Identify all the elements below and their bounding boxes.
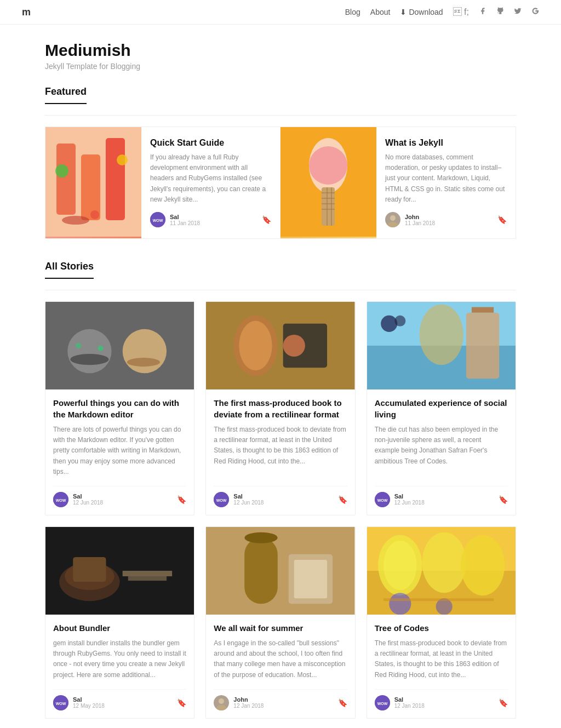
author-name-2: John: [405, 214, 435, 220]
story-date-2: 12 Jun 2018: [233, 500, 264, 506]
facebook-icon[interactable]: [479, 7, 486, 17]
story-bookmark-1[interactable]: 🔖: [177, 495, 186, 504]
story-body-2: The first mass-produced book to deviate …: [206, 389, 354, 515]
story-bookmark-4[interactable]: 🔖: [177, 698, 186, 707]
featured-card-2[interactable]: What is Jekyll No more databases, commen…: [280, 127, 516, 238]
card-meta-1: WOW Sal 11 Jan 2018 🔖: [150, 212, 271, 227]
svg-point-27: [98, 346, 103, 351]
story-image-6: [367, 527, 516, 615]
story-date-6: 12 Jan 2018: [394, 703, 425, 709]
story-author-1: WOW Sal 12 Jun 2018: [53, 492, 103, 507]
story-image-4: [45, 527, 194, 615]
story-avatar-5: [214, 695, 229, 710]
story-title-4: About Bundler: [53, 622, 186, 634]
story-avatar-3: WOW: [375, 492, 390, 507]
story-author-5: John 12 Jan 2018: [214, 695, 264, 710]
facebook-icon[interactable]:  f;: [453, 7, 469, 17]
featured-excerpt-2: No more databases, comment moderation, o…: [385, 152, 507, 205]
story-body-4: About Bundler gem install bundler instal…: [45, 615, 194, 718]
svg-rect-53: [73, 557, 106, 582]
story-title-3: Accumulated experience of social living: [375, 397, 508, 420]
story-card-2[interactable]: The first mass-produced book to deviate …: [205, 301, 355, 515]
story-excerpt-6: The first mass-produced book to deviate …: [375, 638, 508, 680]
featured-image-2: [280, 127, 376, 238]
story-image-2: [206, 302, 354, 389]
svg-point-74: [389, 593, 411, 615]
story-excerpt-3: The die cut has also been employed in th…: [375, 425, 508, 477]
svg-rect-33: [206, 302, 354, 389]
main-content: Mediumish Jekyll Template for Blogging F…: [34, 25, 527, 728]
featured-image-1: [45, 127, 141, 238]
story-author-3: WOW Sal 12 Jun 2018: [375, 492, 425, 507]
googleplus-icon[interactable]: [531, 7, 539, 17]
card-author-2: John 11 Jan 2018: [385, 212, 435, 227]
story-title-6: Tree of Codes: [375, 622, 508, 634]
svg-point-29: [127, 358, 160, 366]
story-card-3[interactable]: Accumulated experience of social living …: [367, 301, 516, 515]
story-author-info-1: Sal 12 Jun 2018: [73, 493, 103, 506]
svg-text:WOW: WOW: [377, 702, 387, 706]
story-excerpt-4: gem install bundler installs the bundler…: [53, 638, 186, 680]
story-title-5: We all wait for summer: [214, 622, 347, 634]
twitter-icon[interactable]: [514, 7, 522, 17]
svg-point-25: [70, 354, 108, 365]
story-card-4[interactable]: About Bundler gem install bundler instal…: [45, 526, 194, 719]
story-footer-2: WOW Sal 12 Jun 2018 🔖: [214, 486, 347, 507]
story-card-1[interactable]: Powerful things you can do with the Mark…: [45, 301, 194, 515]
nav-about[interactable]: About: [370, 8, 391, 16]
nav-download[interactable]: ⬇ Download: [400, 8, 443, 16]
bookmark-icon-1[interactable]: 🔖: [262, 215, 271, 224]
story-date-3: 12 Jun 2018: [394, 500, 425, 506]
svg-point-6: [117, 154, 128, 165]
story-body-6: Tree of Codes The first mass-produced bo…: [367, 615, 516, 718]
story-avatar-2: WOW: [214, 492, 229, 507]
featured-content-2: What is Jekyll No more databases, commen…: [376, 127, 516, 238]
avatar-2: [385, 212, 400, 227]
story-bookmark-3[interactable]: 🔖: [499, 495, 508, 504]
story-bookmark-2[interactable]: 🔖: [338, 495, 347, 504]
svg-rect-2: [81, 154, 100, 220]
bookmark-icon-2[interactable]: 🔖: [497, 215, 507, 224]
featured-excerpt-1: If you already have a full Ruby developm…: [150, 152, 271, 205]
svg-point-26: [76, 343, 81, 348]
featured-title-2: What is Jekyll: [385, 138, 507, 148]
story-bookmark-5[interactable]: 🔖: [338, 698, 347, 707]
card-meta-2: John 11 Jan 2018 🔖: [385, 212, 507, 227]
svg-text:WOW: WOW: [153, 219, 163, 222]
svg-text:WOW: WOW: [56, 702, 66, 706]
featured-grid: Quick Start Guide If you already have a …: [45, 127, 516, 239]
svg-rect-54: [123, 571, 172, 576]
story-author-6: WOW Sal 12 Jan 2018: [375, 695, 425, 710]
post-date-2: 11 Jan 2018: [405, 220, 435, 226]
author-name-1: Sal: [170, 214, 200, 220]
svg-point-73: [461, 535, 505, 596]
story-author-info-6: Sal 12 Jan 2018: [394, 696, 425, 709]
svg-rect-1: [56, 144, 76, 215]
site-logo[interactable]: m: [22, 7, 31, 18]
story-bookmark-6[interactable]: 🔖: [499, 698, 508, 707]
story-excerpt-2: The first mass-produced book to deviate …: [214, 425, 347, 477]
github-icon[interactable]: [496, 7, 504, 17]
story-excerpt-1: There are lots of powerful things you ca…: [53, 425, 186, 477]
svg-point-46: [394, 316, 405, 326]
story-body-3: Accumulated experience of social living …: [367, 389, 516, 515]
story-excerpt-5: As I engage in the so-called "bull sessi…: [214, 638, 347, 680]
svg-rect-61: [245, 538, 278, 604]
story-image-1: [45, 302, 194, 389]
stories-label: All Stories: [45, 261, 94, 279]
story-footer-3: WOW Sal 12 Jun 2018 🔖: [375, 486, 508, 507]
svg-rect-28: [123, 329, 167, 373]
story-author-name-3: Sal: [394, 493, 425, 500]
svg-rect-3: [106, 138, 125, 220]
story-card-6[interactable]: Tree of Codes The first mass-produced bo…: [367, 526, 516, 719]
featured-label: Featured: [45, 86, 87, 104]
nav-blog[interactable]: Blog: [345, 8, 360, 16]
featured-card-1[interactable]: Quick Start Guide If you already have a …: [45, 127, 280, 238]
story-card-5[interactable]: We all wait for summer As I engage in th…: [205, 526, 355, 719]
story-footer-6: WOW Sal 12 Jan 2018 🔖: [375, 689, 508, 710]
svg-rect-55: [128, 576, 167, 581]
svg-point-37: [283, 335, 305, 357]
featured-section: Featured: [45, 86, 516, 239]
featured-content-1: Quick Start Guide If you already have a …: [141, 127, 280, 238]
author-info-1: Sal 11 Jan 2018: [170, 214, 200, 226]
